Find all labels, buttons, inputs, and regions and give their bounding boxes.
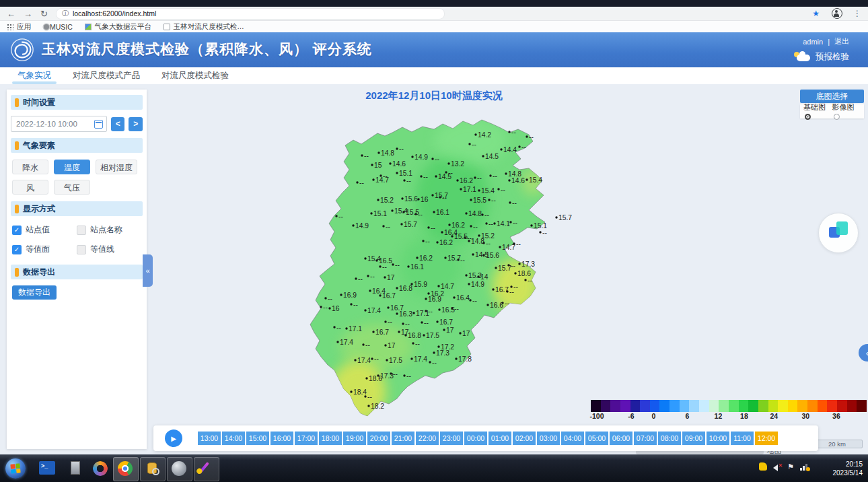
- radio-unselected-icon[interactable]: [834, 114, 840, 120]
- element-button[interactable]: 降水: [12, 160, 48, 174]
- browser-menu-icon[interactable]: ⋮: [853, 9, 861, 18]
- checkbox-unchecked-icon[interactable]: [77, 226, 86, 235]
- time-cell[interactable]: 17:00: [295, 432, 318, 445]
- station-value: 16.2: [439, 239, 453, 246]
- basemap-option-basic[interactable]: 基础图: [803, 102, 832, 120]
- logout-link[interactable]: 退出: [834, 36, 849, 46]
- bookmark-item[interactable]: 玉林对流尺度模式检…: [164, 22, 244, 32]
- time-cell[interactable]: 23:00: [440, 432, 463, 445]
- todesk-floating-badge[interactable]: [818, 213, 859, 253]
- time-cell[interactable]: 10:00: [707, 432, 729, 445]
- tab-model-verify[interactable]: 对流尺度模式检验: [151, 67, 240, 84]
- panel-expand-button[interactable]: ‹: [859, 344, 868, 362]
- chrome-task-button[interactable]: [113, 457, 139, 481]
- station-value: 15.7: [558, 214, 572, 221]
- reload-icon[interactable]: ↻: [40, 7, 48, 21]
- export-button[interactable]: 数据导出: [12, 285, 57, 300]
- pen-tool-task-button[interactable]: [194, 457, 219, 481]
- time-cell[interactable]: 16:00: [270, 432, 293, 445]
- radio-selected-icon[interactable]: [805, 114, 811, 120]
- address-bar[interactable]: ⓘ localhost:62000/index.html: [56, 8, 445, 20]
- display-option[interactable]: ✓等值面: [12, 244, 77, 255]
- element-button[interactable]: 相对湿度: [96, 160, 137, 174]
- station-value: --: [460, 256, 465, 264]
- profile-avatar[interactable]: [832, 8, 842, 19]
- element-button[interactable]: 气压: [54, 180, 90, 195]
- bookmark-item[interactable]: 气象大数据云平台: [85, 22, 151, 32]
- display-option[interactable]: 等值线: [77, 244, 141, 255]
- time-cell[interactable]: 09:00: [682, 432, 705, 445]
- station-dot: [355, 277, 357, 279]
- time-cell[interactable]: 22:00: [416, 432, 439, 445]
- checkbox-unchecked-icon[interactable]: [77, 245, 86, 254]
- time-cell[interactable]: 21:00: [392, 432, 414, 445]
- time-cell[interactable]: 12:00: [755, 432, 778, 445]
- station-dot: [451, 307, 453, 309]
- time-cell[interactable]: 14:00: [222, 432, 245, 445]
- site-info-icon[interactable]: ⓘ: [62, 9, 69, 18]
- time-cell[interactable]: 02:00: [513, 432, 536, 445]
- station-value: 17.4: [340, 339, 353, 346]
- computer-icon[interactable]: [67, 461, 83, 476]
- station-value: 15.9: [414, 281, 427, 288]
- station-value: --: [484, 211, 489, 219]
- network-status-icon[interactable]: [800, 462, 809, 471]
- time-cell[interactable]: 20:00: [367, 432, 390, 445]
- forecast-verify-link[interactable]: 预报检验: [794, 51, 849, 63]
- time-cell[interactable]: 01:00: [489, 432, 511, 445]
- datetime-input[interactable]: 2022-12-10 10:00: [11, 116, 107, 132]
- time-cell[interactable]: 00:00: [464, 432, 487, 445]
- time-cell[interactable]: 05:00: [585, 432, 608, 445]
- bookmark-star-icon[interactable]: ★: [812, 9, 820, 18]
- volume-muted-icon[interactable]: [773, 462, 781, 471]
- time-cell[interactable]: 11:00: [731, 432, 754, 445]
- browser-colorful-icon[interactable]: [93, 461, 108, 476]
- time-cell[interactable]: 19:00: [343, 432, 366, 445]
- time-cell[interactable]: 03:00: [537, 432, 560, 445]
- element-button[interactable]: 温度: [54, 160, 90, 174]
- play-button[interactable]: ▶: [165, 429, 182, 447]
- station-value: --: [336, 324, 341, 331]
- bookmark-item[interactable]: 应用: [7, 22, 31, 32]
- time-cell[interactable]: 18:00: [319, 432, 342, 445]
- pen-icon: [198, 462, 209, 474]
- tray-app-icon[interactable]: [759, 462, 767, 471]
- element-button[interactable]: 风: [12, 180, 48, 195]
- bookmark-item[interactable]: MUSIC: [43, 23, 73, 31]
- station-value: --: [424, 319, 429, 326]
- database-tool-task-button[interactable]: [140, 457, 166, 481]
- display-option[interactable]: ✓站点值: [12, 224, 77, 236]
- station-dot: [436, 241, 438, 243]
- checkbox-checked-icon[interactable]: ✓: [12, 245, 22, 254]
- time-cell[interactable]: 07:00: [634, 432, 657, 445]
- forward-icon[interactable]: →: [24, 7, 32, 21]
- display-option-label: 等值面: [26, 244, 50, 255]
- basemap-option-imagery[interactable]: 影像图: [832, 102, 861, 120]
- time-cell[interactable]: 06:00: [610, 432, 632, 445]
- back-icon[interactable]: ←: [7, 7, 15, 21]
- tab-weather-live[interactable]: 气象实况: [7, 67, 62, 84]
- time-prev-button[interactable]: <: [111, 117, 125, 131]
- action-center-flag-icon[interactable]: ⚑: [787, 462, 794, 471]
- temperature-map[interactable]: 14.2----14.4--14.5--13.2--14.914.8----15…: [296, 111, 565, 427]
- taskbar-clock[interactable]: 20:15 2023/5/14: [833, 460, 863, 477]
- time-next-button[interactable]: >: [129, 117, 143, 131]
- display-option[interactable]: 站点名称: [77, 224, 141, 236]
- time-cell[interactable]: 15:00: [246, 432, 269, 445]
- powershell-icon[interactable]: >_: [39, 461, 55, 475]
- station-dot: [460, 188, 462, 190]
- time-cell[interactable]: 04:00: [561, 432, 584, 445]
- station-dot: [384, 320, 386, 322]
- checkbox-checked-icon[interactable]: ✓: [12, 226, 22, 235]
- station-value: --: [358, 275, 363, 283]
- calendar-icon[interactable]: [94, 120, 103, 129]
- start-button[interactable]: [5, 458, 26, 479]
- basemap-select-button[interactable]: 底图选择: [800, 90, 864, 103]
- tab-model-product[interactable]: 对流尺度模式产品: [62, 67, 151, 84]
- time-cell[interactable]: 13:00: [198, 432, 221, 445]
- globe-app-task-button[interactable]: [167, 457, 192, 481]
- sidebar-collapse-button[interactable]: «: [143, 254, 153, 287]
- station-dot: [411, 156, 413, 158]
- time-cell[interactable]: 08:00: [658, 432, 681, 445]
- station-value: 17.4: [414, 355, 427, 363]
